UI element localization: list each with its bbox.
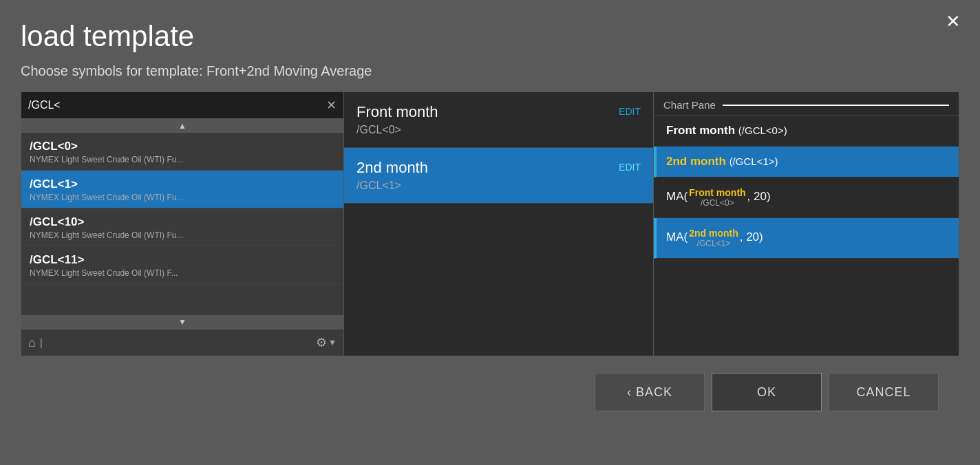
chart-pane-label: Chart Pane	[663, 99, 716, 111]
symbol-desc: NYMEX Light Sweet Crude Oil (WTI) Fu...	[30, 230, 335, 240]
symbol-desc: NYMEX Light Sweet Crude Oil (WTI) Fu...	[30, 155, 335, 164]
gcl0-text: (/GCL<0>)	[738, 125, 787, 136]
scroll-down-arrow[interactable]: ▼	[21, 315, 343, 329]
ma-rest: , 20)	[747, 191, 771, 204]
gear-button[interactable]: ⚙ ▼	[316, 335, 337, 350]
panels-row: ✕ ▲ /GCL<0> NYMEX Light Sweet Crude Oil …	[21, 91, 959, 356]
dialog-subtitle: Choose symbols for template: Front+2nd M…	[21, 63, 959, 79]
search-clear-icon[interactable]: ✕	[326, 98, 337, 113]
ma-front-label: Front month	[689, 187, 745, 198]
gcl1-text: (/GCL<1>)	[729, 155, 778, 167]
slot-item-front[interactable]: Front month EDIT /GCL<0>	[344, 92, 653, 148]
symbol-item-gcl0[interactable]: /GCL<0> NYMEX Light Sweet Crude Oil (WTI…	[21, 133, 343, 171]
dialog: ✕ load template Choose symbols for templ…	[0, 0, 980, 465]
preview-item-front[interactable]: Front month (/GCL<0>)	[654, 116, 959, 147]
slot-header: Front month EDIT	[356, 103, 641, 121]
dialog-title: load template	[21, 21, 959, 52]
footer-home: ⌂ |	[28, 336, 43, 350]
breadcrumb: |	[40, 337, 43, 348]
symbol-name: /GCL<10>	[30, 215, 335, 229]
symbol-list: /GCL<0> NYMEX Light Sweet Crude Oil (WTI…	[21, 133, 343, 315]
left-panel: ✕ ▲ /GCL<0> NYMEX Light Sweet Crude Oil …	[21, 91, 344, 356]
scroll-up-arrow[interactable]: ▲	[21, 119, 343, 133]
middle-panel: Front month EDIT /GCL<0> 2nd month EDIT …	[344, 91, 654, 356]
slot-title: 2nd month	[356, 159, 428, 177]
symbol-item-gcl10[interactable]: /GCL<10> NYMEX Light Sweet Crude Oil (WT…	[21, 208, 343, 246]
ma-2nd-sub: /GCL<1>	[697, 239, 731, 248]
slot-edit-button[interactable]: EDIT	[619, 162, 641, 173]
close-button[interactable]: ✕	[946, 12, 961, 30]
chevron-down-icon: ▼	[328, 338, 337, 347]
symbol-desc: NYMEX Light Sweet Crude Oil (WTI) Fu...	[30, 193, 335, 202]
ma-front-sub: /GCL<0>	[701, 198, 734, 208]
chart-pane-header: Chart Pane	[654, 92, 959, 116]
symbol-name: /GCL<11>	[30, 253, 335, 267]
2nd-month-text: 2nd month	[666, 155, 726, 168]
symbol-item-gcl11[interactable]: /GCL<11> NYMEX Light Sweet Crude Oil (WT…	[21, 246, 343, 284]
slot-edit-button[interactable]: EDIT	[619, 106, 641, 117]
ok-button[interactable]: OK	[712, 373, 822, 411]
symbol-desc: NYMEX Light Sweet Crude Oil (WTI) F...	[30, 268, 335, 278]
slot-title: Front month	[356, 103, 438, 121]
slot-item-2nd[interactable]: 2nd month EDIT /GCL<1>	[344, 148, 653, 204]
slot-header: 2nd month EDIT	[356, 159, 641, 177]
search-input[interactable]	[28, 99, 322, 111]
left-panel-footer: ⌂ | ⚙ ▼	[21, 329, 343, 356]
home-icon[interactable]: ⌂	[28, 336, 36, 350]
symbol-item-gcl1[interactable]: /GCL<1> NYMEX Light Sweet Crude Oil (WTI…	[21, 171, 343, 208]
back-button[interactable]: ‹ BACK	[595, 373, 705, 411]
cancel-button[interactable]: CANCEL	[829, 373, 939, 411]
front-month-text: Front month	[666, 124, 735, 137]
gear-icon: ⚙	[316, 335, 327, 350]
search-bar: ✕	[21, 92, 343, 119]
slot-symbol: /GCL<1>	[356, 180, 641, 192]
ma-label: MA(	[666, 231, 688, 244]
ma-2nd-label: 2nd month	[689, 228, 738, 239]
symbol-name: /GCL<0>	[30, 140, 335, 153]
ma-rest: , 20)	[740, 231, 763, 244]
preview-item-ma-front[interactable]: MA(Front month/GCL<0>, 20)	[654, 177, 959, 218]
preview-item-2nd[interactable]: 2nd month (/GCL<1>)	[654, 147, 959, 177]
chart-pane-line	[723, 105, 949, 106]
symbol-name: /GCL<1>	[30, 177, 335, 191]
preview-item-ma-2nd[interactable]: MA(2nd month/GCL<1>, 20)	[654, 218, 959, 259]
ma-label: MA(	[666, 191, 688, 204]
footer-buttons: ‹ BACK OK CANCEL	[21, 356, 959, 411]
slot-symbol: /GCL<0>	[356, 124, 641, 136]
right-panel: Chart Pane Front month (/GCL<0>) 2nd mon…	[654, 91, 959, 356]
